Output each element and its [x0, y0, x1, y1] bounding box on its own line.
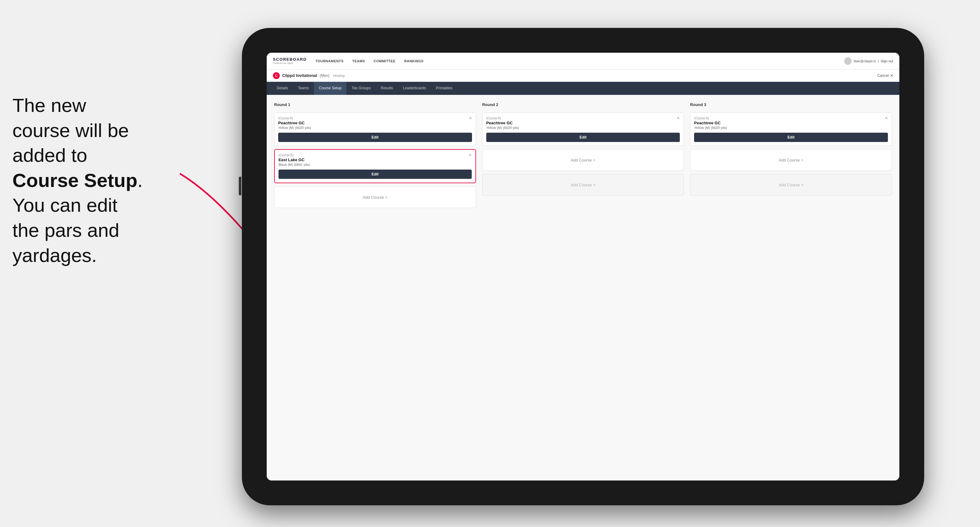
rounds-grid: Round 1 (Course A) Peachtree GC Yellow (…	[274, 102, 892, 208]
round-2-column: Round 2 (Course A) Peachtree GC Yellow (…	[482, 102, 684, 208]
round-2-course-a-edit-button[interactable]: Edit	[486, 133, 680, 142]
tab-results[interactable]: Results	[375, 82, 398, 95]
round-1-course-b-name: East Lake GC	[278, 157, 472, 162]
tab-course-setup[interactable]: Course Setup	[314, 82, 347, 95]
round-1-title: Round 1	[274, 102, 476, 107]
round-1-course-b-card: (Course B) East Lake GC Black (M) (6891 …	[274, 149, 476, 183]
tournament-name: Clippd Invitational	[282, 73, 317, 78]
round-3-course-a-card: (Course A) Peachtree GC Yellow (M) (6629…	[690, 113, 892, 146]
round-3-course-a-name: Peachtree GC	[694, 121, 888, 125]
brand-logo: SCOREBOARD Powered by clippd	[273, 57, 307, 65]
round-3-course-a-label: (Course A)	[694, 117, 888, 120]
tablet-screen: SCOREBOARD Powered by clippd TOURNAMENTS…	[267, 53, 899, 481]
round-1-course-a-edit-button[interactable]: Edit	[278, 133, 472, 142]
powered-by-text: Powered by clippd	[273, 62, 307, 65]
cancel-button[interactable]: Cancel ✕	[877, 73, 893, 78]
round-3-title: Round 3	[690, 102, 892, 107]
round-2-title: Round 2	[482, 102, 684, 107]
main-content: Round 1 (Course A) Peachtree GC Yellow (…	[267, 95, 899, 481]
tab-teams[interactable]: Teams	[293, 82, 314, 95]
tab-printables[interactable]: Printables	[431, 82, 457, 95]
round-1-course-b-label: (Course B)	[278, 154, 472, 157]
round-1-course-b-delete-icon[interactable]: ✕	[467, 152, 473, 158]
round-1-add-course-button[interactable]: Add Course +	[274, 186, 476, 208]
round-2-add-course-disabled: Add Course +	[482, 174, 684, 195]
round-1-course-b-details: Black (M) (6891 yds)	[278, 163, 472, 167]
round-3-add-course-button[interactable]: Add Course +	[690, 149, 892, 171]
sign-out-link[interactable]: Sign out	[881, 59, 893, 63]
nav-tournaments[interactable]: TOURNAMENTS	[315, 59, 344, 63]
round-1-course-a-delete-icon[interactable]: ✕	[468, 115, 473, 121]
round-3-course-a-edit-button[interactable]: Edit	[694, 133, 888, 142]
tab-bar: Details Teams Course Setup Tee Groups Re…	[267, 82, 899, 95]
tablet-shell: SCOREBOARD Powered by clippd TOURNAMENTS…	[242, 28, 924, 505]
nav-right: blair@clippd.io | Sign out	[844, 57, 893, 65]
tab-leaderboards[interactable]: Leaderboards	[398, 82, 431, 95]
top-nav: SCOREBOARD Powered by clippd TOURNAMENTS…	[267, 53, 899, 70]
round-2-course-a-card: (Course A) Peachtree GC Yellow (M) (6629…	[482, 113, 684, 146]
nav-committee[interactable]: COMMITTEE	[374, 59, 396, 63]
round-2-course-a-delete-icon[interactable]: ✕	[675, 115, 681, 121]
round-1-course-a-label: (Course A)	[278, 117, 472, 120]
tournament-type: (Men)	[320, 73, 329, 78]
nav-teams[interactable]: TEAMS	[352, 59, 365, 63]
separator: |	[878, 59, 879, 63]
round-2-course-a-name: Peachtree GC	[486, 121, 680, 125]
tournament-logo: C	[273, 72, 280, 79]
nav-links: TOURNAMENTS TEAMS COMMITTEE RANKINGS	[315, 59, 845, 63]
tournament-bar: C Clippd Invitational (Men) Hosting Canc…	[267, 70, 899, 82]
round-3-course-a-details: Yellow (M) (6629 yds)	[694, 126, 888, 130]
round-2-course-a-label: (Course A)	[486, 117, 680, 120]
user-email: blair@clippd.io	[853, 59, 876, 63]
round-3-add-course-disabled: Add Course +	[690, 174, 892, 195]
round-3-course-a-delete-icon[interactable]: ✕	[883, 115, 889, 121]
round-1-column: Round 1 (Course A) Peachtree GC Yellow (…	[274, 102, 476, 208]
user-avatar	[844, 57, 852, 65]
round-2-course-a-details: Yellow (M) (6629 yds)	[486, 126, 680, 130]
round-2-add-course-button[interactable]: Add Course +	[482, 149, 684, 171]
course-setup-bold: Course Setup	[13, 170, 137, 191]
round-3-column: Round 3 (Course A) Peachtree GC Yellow (…	[690, 102, 892, 208]
round-1-course-b-edit-button[interactable]: Edit	[278, 170, 472, 179]
hosting-badge: Hosting	[333, 74, 345, 78]
tab-tee-groups[interactable]: Tee Groups	[347, 82, 375, 95]
round-1-course-a-name: Peachtree GC	[278, 121, 472, 125]
tab-details[interactable]: Details	[272, 82, 293, 95]
brand-name: SCOREBOARD	[273, 57, 307, 61]
round-1-course-a-details: Yellow (M) (6629 yds)	[278, 126, 472, 130]
nav-rankings[interactable]: RANKINGS	[404, 59, 424, 63]
tablet-side-button	[239, 177, 241, 195]
round-1-course-a-card: (Course A) Peachtree GC Yellow (M) (6629…	[274, 113, 476, 146]
